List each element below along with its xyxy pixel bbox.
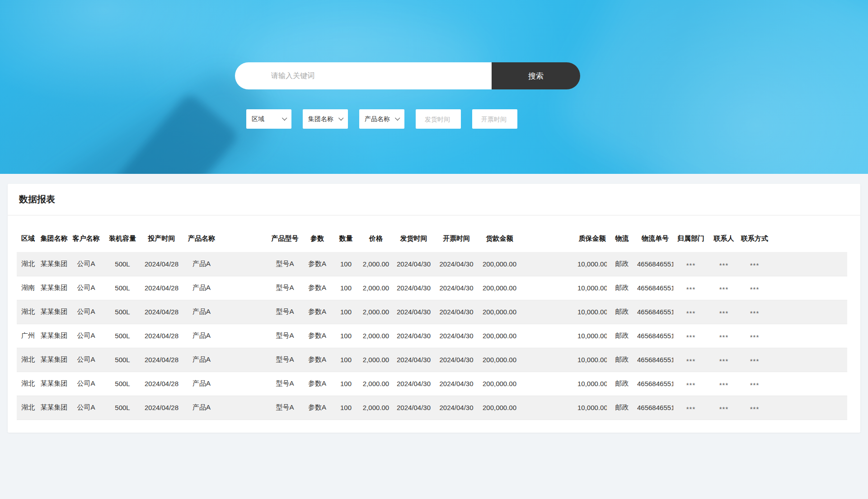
table-cell: 邮政 <box>607 372 637 396</box>
cell-value: 邮政 <box>615 403 629 411</box>
cell-value: 湖北 <box>21 403 35 411</box>
table-cell: 某某集团 <box>39 252 69 276</box>
table-cell: 100 <box>333 396 359 420</box>
table-cell: 100 <box>333 252 359 276</box>
cell-value: 某某集团 <box>41 308 68 315</box>
ship-date-input[interactable] <box>416 109 461 129</box>
table-cell: 公司A <box>69 252 103 276</box>
table-cell: 500L <box>103 252 141 276</box>
table-cell: 2,000.00 <box>359 324 393 348</box>
cell-value: 参数A <box>308 308 326 315</box>
table-cell: *** <box>739 324 770 348</box>
table-cell: 广州 <box>17 324 39 348</box>
cell-value: 产品A <box>192 284 211 291</box>
cell-value: 某某集团 <box>41 355 68 363</box>
table-cell: 500L <box>103 372 141 396</box>
cell-value: *** <box>750 405 760 413</box>
table-row: 湖北 某某集团 公司A 500L 2024/04/28 产品A 型号A 参数A … <box>17 348 847 372</box>
cell-value: 2024/04/28 <box>145 332 178 340</box>
table-cell: 100 <box>333 300 359 324</box>
cell-value: 公司A <box>77 379 95 387</box>
cell-value: 湖北 <box>21 260 35 267</box>
cell-value: *** <box>686 357 696 365</box>
table-cell: 参数A <box>302 276 333 300</box>
table-cell: 4656846551 <box>637 276 673 300</box>
table-cell: *** <box>739 252 770 276</box>
table-cell: 100 <box>333 324 359 348</box>
cell-value: 10,000.00 <box>577 404 607 411</box>
search-button[interactable]: 搜索 <box>492 62 580 89</box>
cell-value: 2,000.00 <box>363 404 389 411</box>
cell-value: 参数A <box>308 379 326 387</box>
cell-value: 10,000.00 <box>577 308 607 316</box>
table-cell: 公司A <box>69 372 103 396</box>
cell-value: 100 <box>340 380 352 387</box>
cell-value: 参数A <box>308 284 326 291</box>
table-header-row: 区域 集团名称 客户名称 装机容量 投产时间 产品名称 产品型号 参数 数量 价… <box>17 215 847 252</box>
table-cell: *** <box>708 324 739 348</box>
cell-value: 公司A <box>77 308 95 315</box>
hero-banner: 搜索 区域 集团名称 产品名称 <box>0 0 868 174</box>
table-cell: 邮政 <box>607 324 637 348</box>
cell-value: 2024/04/28 <box>145 380 178 387</box>
cell-value: 湖北 <box>21 355 35 363</box>
table-cell: 产品A <box>182 300 243 324</box>
table-cell: 10,000.00 <box>546 276 607 300</box>
search-input[interactable] <box>235 62 492 89</box>
column-header-product-model: 产品型号 <box>243 215 302 252</box>
table-cell: *** <box>673 324 708 348</box>
table-cell: 参数A <box>302 300 333 324</box>
cell-value: 2024/04/30 <box>397 284 431 292</box>
cell-value: 公司A <box>77 331 95 339</box>
region-select[interactable]: 区域 <box>246 109 291 129</box>
cell-value: 参数A <box>308 403 326 411</box>
table-cell: 公司A <box>69 276 103 300</box>
cell-value: *** <box>686 285 696 293</box>
cell-value: 2024/04/30 <box>397 308 431 316</box>
product-name-select[interactable]: 产品名称 <box>359 109 404 129</box>
cell-value: 2,000.00 <box>363 380 389 387</box>
cell-value: 500L <box>115 380 130 387</box>
table-cell: 4656846551 <box>637 396 673 420</box>
table-cell: 湖北 <box>17 372 39 396</box>
table-cell: 某某集团 <box>39 372 69 396</box>
cell-value: 产品A <box>192 403 211 411</box>
table-cell: 2,000.00 <box>359 372 393 396</box>
table-cell: *** <box>673 348 708 372</box>
cell-value: 公司A <box>77 403 95 411</box>
cell-value: 2024/04/30 <box>439 284 473 292</box>
cell-value: *** <box>719 285 729 293</box>
cell-value: 200,000.00 <box>483 260 516 268</box>
table-cell <box>770 276 847 300</box>
table-cell: 某某集团 <box>39 300 69 324</box>
invoice-date-input[interactable] <box>472 109 517 129</box>
table-cell: 公司A <box>69 324 103 348</box>
cell-value: 4656846551 <box>637 332 673 340</box>
chevron-down-icon <box>338 116 343 121</box>
table-cell: 邮政 <box>607 348 637 372</box>
cell-value: 4656846551 <box>637 380 673 387</box>
table-cell: *** <box>708 348 739 372</box>
cell-value: *** <box>719 381 729 389</box>
cell-value: 产品A <box>192 260 211 267</box>
table-cell: 200,000.00 <box>478 324 546 348</box>
table-cell: 500L <box>103 324 141 348</box>
cell-value: *** <box>719 405 729 413</box>
table-cell: 500L <box>103 300 141 324</box>
cell-value: *** <box>719 309 729 317</box>
cell-value: 2,000.00 <box>363 332 389 340</box>
cell-value: 100 <box>340 308 352 316</box>
region-select-label: 区域 <box>252 115 264 123</box>
table-cell: 参数A <box>302 396 333 420</box>
cell-value: 100 <box>340 260 352 268</box>
cell-value: *** <box>719 357 729 365</box>
table-cell: 参数A <box>302 372 333 396</box>
table-body: 湖北 某某集团 公司A 500L 2024/04/28 产品A 型号A 参数A … <box>17 252 847 420</box>
group-name-select[interactable]: 集团名称 <box>303 109 348 129</box>
table-cell: 200,000.00 <box>478 252 546 276</box>
cell-value: 产品A <box>192 355 211 363</box>
cell-value: 邮政 <box>615 260 629 267</box>
table-cell: *** <box>673 396 708 420</box>
table-cell: 湖北 <box>17 252 39 276</box>
table-cell: 2024/04/28 <box>141 396 182 420</box>
